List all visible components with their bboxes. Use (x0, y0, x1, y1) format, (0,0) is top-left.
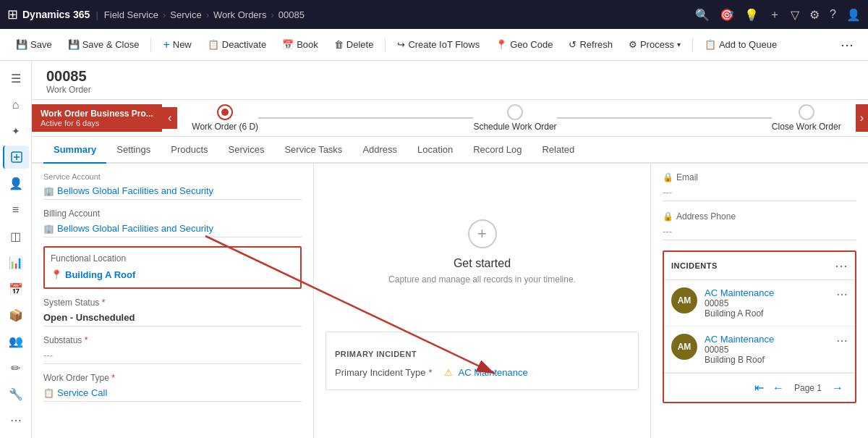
process-chevron: ▾ (677, 41, 681, 49)
work-order-type-field: Work Order Type * 📋 Service Call (43, 373, 302, 402)
first-page-button[interactable]: ⇤ (752, 379, 767, 396)
field-service-label[interactable]: Field Service (104, 9, 158, 20)
functional-location-box: Functional Location 📍 Building A Roof (43, 246, 302, 289)
timeline-add-button[interactable]: + (468, 219, 497, 248)
incident-item-2: AM AC Maintenance 00085 Building B Roof … (664, 327, 855, 373)
primary-required-star: * (428, 367, 432, 378)
tab-address[interactable]: Address (352, 137, 407, 164)
record-header: 00085 Work Order (32, 61, 868, 99)
user-icon[interactable]: 👤 (846, 8, 861, 22)
book-button[interactable]: 📅 Book (275, 36, 326, 53)
add-icon[interactable]: ＋ (769, 7, 780, 22)
target-icon[interactable]: 🎯 (720, 8, 734, 22)
sidebar-people-icon[interactable]: 👥 (3, 330, 29, 353)
new-button[interactable]: + New (156, 35, 198, 54)
deactivate-button[interactable]: 📋 Deactivate (200, 36, 273, 53)
bpf-circle-3 (799, 104, 814, 120)
sidebar-more-icon[interactable]: ⋯ (3, 409, 29, 432)
incident-location-2: Building B Roof (705, 355, 829, 365)
bpf-stage-2[interactable]: Schedule Work Order (473, 104, 556, 132)
email-label: 🔒 Email (663, 172, 856, 182)
timeline-section: + Get started Capture and manage all rec… (326, 172, 639, 332)
filter-icon[interactable]: ▽ (791, 8, 799, 22)
bpf-active-stage[interactable]: Work Order Business Pro... Active for 6 … (32, 104, 162, 132)
billing-account-link[interactable]: 🏢 Bellows Global Facilities and Security (43, 223, 302, 234)
tab-record-log[interactable]: Record Log (463, 137, 532, 164)
breadcrumb-workorders[interactable]: Work Orders (213, 9, 266, 20)
breadcrumb-service[interactable]: Service (170, 9, 201, 20)
bpf-stage-3[interactable]: Close Work Order (772, 104, 841, 132)
top-nav-right: 🔍 🎯 💡 ＋ ▽ ⚙ ? 👤 (695, 7, 861, 22)
refresh-icon: ↺ (569, 39, 576, 50)
brand-name: Dynamics 365 (22, 9, 90, 20)
sidebar-contacts-icon[interactable]: 👤 (3, 172, 29, 195)
geo-code-button[interactable]: 📍 Geo Code (488, 36, 560, 53)
incident-name-1[interactable]: AC Maintenance (705, 287, 829, 298)
functional-location-link[interactable]: 📍 Building A Roof (51, 269, 294, 280)
timeline-desc: Capture and manage all records in your t… (388, 274, 576, 285)
sidebar-tools-icon[interactable]: 🔧 (3, 382, 29, 405)
work-order-type-label: Work Order Type * (43, 373, 302, 383)
sidebar-home-icon[interactable]: ⌂ (3, 93, 29, 116)
tab-products[interactable]: Products (161, 137, 218, 164)
timeline-title: Get started (454, 257, 511, 270)
sidebar-dashboard-icon[interactable]: ◫ (3, 224, 29, 248)
app-grid-icon[interactable]: ⊞ (7, 7, 18, 22)
tab-location[interactable]: Location (407, 137, 463, 164)
sidebar-edit-icon[interactable]: ✏ (3, 356, 29, 379)
sidebar-list-icon[interactable]: ≡ (3, 198, 29, 222)
lightbulb-icon[interactable]: 💡 (744, 8, 759, 22)
prev-page-button[interactable]: ← (770, 380, 787, 396)
incidents-more-button[interactable]: ⋯ (835, 258, 848, 274)
sidebar-fieldservice-icon[interactable] (3, 146, 29, 169)
tab-service-tasks[interactable]: Service Tasks (274, 137, 352, 164)
save-button[interactable]: 💾 Save (9, 36, 59, 53)
substatus-field: Substatus * --- (43, 335, 302, 364)
create-iot-flows-button[interactable]: ↪ Create IoT Flows (390, 36, 487, 53)
primary-incident-value[interactable]: AC Maintenance (459, 367, 528, 378)
next-page-button[interactable]: → (829, 380, 846, 396)
bpf-chevron-right[interactable]: › (856, 104, 868, 132)
sidebar-calendar-icon[interactable]: 📅 (3, 277, 29, 300)
work-order-type-required: * (111, 373, 115, 383)
tab-summary[interactable]: Summary (43, 137, 106, 164)
work-order-type-link[interactable]: 📋 Service Call (43, 387, 302, 398)
content-area: 00085 Work Order Work Order Business Pro… (32, 61, 868, 438)
save-close-button[interactable]: 💾 Save & Close (61, 36, 147, 53)
bpf-connector-1 (258, 117, 473, 119)
more-commands-button[interactable]: ⋯ (835, 34, 859, 56)
cmd-separator-1 (150, 38, 151, 52)
tab-services[interactable]: Services (218, 137, 275, 164)
refresh-button[interactable]: ↺ Refresh (561, 36, 620, 53)
sidebar-menu-icon[interactable]: ☰ (3, 67, 29, 90)
search-icon[interactable]: 🔍 (695, 8, 710, 22)
sidebar-inventory-icon[interactable]: 📦 (3, 303, 29, 327)
work-order-type-value: 📋 Service Call (43, 384, 302, 402)
service-account-link[interactable]: 🏢 Bellows Global Facilities and Security (43, 185, 302, 196)
record-id: 00085 (46, 68, 854, 85)
page-number: Page 1 (790, 383, 826, 393)
bpf-chevron-left[interactable]: ‹ (162, 107, 177, 129)
sidebar-reports-icon[interactable]: 📊 (3, 251, 29, 274)
settings-icon[interactable]: ⚙ (809, 8, 820, 22)
record-type: Work Order (46, 85, 854, 95)
tab-related[interactable]: Related (532, 137, 584, 164)
main-layout: ☰ ⌂ ✦ 👤 ≡ ◫ 📊 📅 📦 👥 ✏ 🔧 ⋯ 00085 Work Ord… (0, 61, 868, 438)
breadcrumb-sep3: › (271, 9, 273, 20)
incident-2-more-button[interactable]: ⋯ (836, 334, 848, 348)
incident-avatar-1: AM (671, 287, 697, 313)
incident-name-2[interactable]: AC Maintenance (705, 334, 829, 345)
incident-1-more-button[interactable]: ⋯ (836, 287, 848, 301)
sidebar-recent-icon[interactable]: ✦ (3, 119, 29, 143)
middle-panel: + Get started Capture and manage all rec… (314, 164, 651, 438)
tabs-bar: Summary Settings Products Services Servi… (32, 137, 868, 164)
email-field: 🔒 Email --- (663, 172, 856, 201)
add-to-queue-button[interactable]: 📋 Add to Queue (697, 36, 784, 53)
substatus-label: Substatus * (43, 335, 302, 345)
help-icon[interactable]: ? (830, 8, 836, 21)
delete-button[interactable]: 🗑 Delete (327, 36, 381, 53)
bpf-stage-1[interactable]: Work Order (6 D) (192, 104, 258, 132)
top-navigation: ⊞ Dynamics 365 | Field Service › Service… (0, 0, 868, 29)
process-button[interactable]: ⚙ Process ▾ (621, 36, 688, 53)
tab-settings[interactable]: Settings (106, 137, 161, 164)
